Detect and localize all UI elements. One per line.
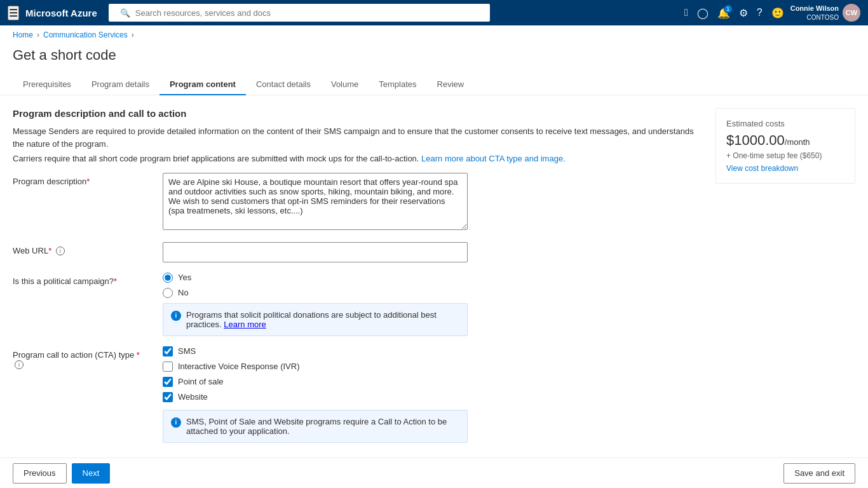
political-no-option[interactable]: No	[163, 288, 468, 298]
political-info-text: Programs that solicit political donation…	[186, 310, 459, 329]
cta-type-control: SMS Interactive Voice Response (IVR) Poi…	[163, 346, 468, 443]
search-icon: 🔍	[115, 8, 135, 18]
program-description-row: Program description* We are Alpine ski H…	[13, 173, 703, 232]
estimated-costs-panel: Estimated costs $1000.00/month + One-tim…	[715, 108, 855, 184]
cta-info-box: i SMS, Point of Sale and Website program…	[163, 410, 468, 443]
web-url-input[interactable]: http://www.alpineskihouse.com/reminders/	[163, 242, 468, 262]
section-title: Program description and call to action	[13, 108, 703, 119]
political-campaign-row: Is this a political campaign?* Yes No i	[13, 273, 703, 336]
brand-name: Microsoft Azure	[25, 8, 97, 18]
cta-info-text: SMS, Point of Sale and Website programs …	[186, 417, 459, 436]
search-input[interactable]	[135, 8, 484, 18]
program-description-control: We are Alpine ski House, a boutique moun…	[163, 173, 468, 232]
learn-more-link[interactable]: Learn more about CTA type and image.	[421, 154, 566, 163]
form-area: Program description and call to action M…	[13, 108, 703, 453]
cta-sms-checkbox[interactable]	[163, 346, 173, 356]
tab-review[interactable]: Review	[427, 74, 475, 95]
tab-program-details[interactable]: Program details	[81, 74, 159, 95]
cta-website-option[interactable]: Website	[163, 392, 468, 402]
cta-pos-option[interactable]: Point of sale	[163, 377, 468, 387]
cta-type-row: Program call to action (CTA) type * i SM…	[13, 346, 703, 443]
view-cost-breakdown-link[interactable]: View cost breakdown	[726, 164, 844, 173]
political-campaign-label: Is this a political campaign?*	[13, 273, 153, 286]
cta-pos-checkbox[interactable]	[163, 377, 173, 387]
political-info-box: i Programs that solicit political donati…	[163, 303, 468, 336]
user-text: Connie Wilson CONTOSO	[790, 4, 839, 21]
user-org: CONTOSO	[790, 13, 839, 22]
notifications-icon[interactable]: 🔔 1	[715, 4, 733, 22]
political-campaign-control: Yes No i Programs that solicit political…	[163, 273, 468, 336]
tabs-bar: Prerequisites Program details Program co…	[0, 74, 868, 95]
cost-title: Estimated costs	[726, 119, 844, 128]
notification-badge: 1	[724, 4, 733, 13]
breadcrumb-service[interactable]: Communication Services	[43, 30, 128, 39]
hamburger-menu[interactable]: ☰	[8, 6, 19, 20]
cost-amount-row: $1000.00/month	[726, 132, 844, 149]
avatar: CW	[843, 4, 860, 22]
program-description-textarea[interactable]: We are Alpine ski House, a boutique moun…	[163, 173, 468, 230]
cta-website-checkbox[interactable]	[163, 392, 173, 402]
cta-sms-option[interactable]: SMS	[163, 346, 468, 356]
search-bar: 🔍	[109, 4, 490, 22]
required-star: *	[86, 177, 90, 186]
cloud-shell-icon[interactable]: 	[682, 4, 691, 21]
web-url-label: Web URL* i	[13, 242, 153, 256]
program-description-label: Program description*	[13, 173, 153, 186]
tab-volume[interactable]: Volume	[321, 74, 369, 95]
page-title: Get a short code	[0, 44, 868, 74]
info-circle-icon: i	[171, 311, 181, 321]
cta-checkbox-group: SMS Interactive Voice Response (IVR) Poi…	[163, 346, 468, 402]
breadcrumb-sep-2: ›	[132, 30, 134, 39]
user-menu[interactable]: Connie Wilson CONTOSO CW	[790, 4, 860, 22]
section-desc-2: Carriers require that all short code pro…	[13, 152, 703, 165]
political-yes-option[interactable]: Yes	[163, 273, 468, 283]
political-no-radio[interactable]	[163, 288, 173, 298]
cta-ivr-checkbox[interactable]	[163, 362, 173, 372]
web-url-control: http://www.alpineskihouse.com/reminders/	[163, 242, 468, 262]
portal-settings-icon[interactable]: ◯	[695, 4, 711, 22]
cta-info-icon: i	[15, 360, 24, 369]
main-content: Program description and call to action M…	[0, 95, 868, 453]
cost-setup-fee: + One-time setup fee ($650)	[726, 151, 844, 160]
settings-icon[interactable]: ⚙	[736, 4, 750, 22]
political-radio-group: Yes No	[163, 273, 468, 298]
tab-contact-details[interactable]: Contact details	[246, 74, 321, 95]
section-desc-1: Message Senders are required to provide …	[13, 125, 703, 150]
tab-prerequisites[interactable]: Prerequisites	[13, 74, 81, 95]
breadcrumb-home[interactable]: Home	[13, 30, 33, 39]
breadcrumb: Home › Communication Services ›	[0, 25, 868, 44]
feedback-icon[interactable]: 🙂	[769, 4, 787, 22]
nav-icons:  ◯ 🔔 1 ⚙ ? 🙂 Connie Wilson CONTOSO CW	[682, 4, 860, 22]
political-learn-more-link[interactable]: Learn more	[224, 320, 266, 329]
tab-program-content[interactable]: Program content	[159, 74, 246, 95]
cta-info-circle-icon: i	[171, 417, 181, 428]
cta-ivr-option[interactable]: Interactive Voice Response (IVR)	[163, 362, 468, 372]
web-url-info-icon: i	[56, 247, 65, 255]
breadcrumb-sep-1: ›	[37, 30, 39, 39]
political-yes-radio[interactable]	[163, 273, 173, 283]
help-icon[interactable]: ?	[754, 4, 765, 21]
cost-period: /month	[785, 137, 810, 147]
cost-amount: $1000.00	[726, 132, 785, 148]
cta-type-label: Program call to action (CTA) type * i	[13, 346, 153, 370]
user-name: Connie Wilson	[790, 4, 839, 13]
web-url-row: Web URL* i http://www.alpineskihouse.com…	[13, 242, 703, 262]
top-navigation: ☰ Microsoft Azure 🔍  ◯ 🔔 1 ⚙ ? 🙂 Connie…	[0, 0, 868, 25]
tab-templates[interactable]: Templates	[369, 74, 426, 95]
